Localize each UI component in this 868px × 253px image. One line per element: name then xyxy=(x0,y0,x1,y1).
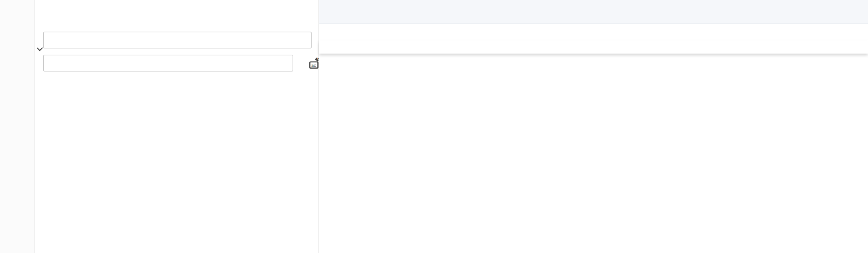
more-actions-icon[interactable] xyxy=(295,69,313,80)
editor-tab-bar xyxy=(319,0,868,24)
replace-input[interactable] xyxy=(43,55,293,71)
activity-bar xyxy=(0,0,35,253)
vscode-window: ac b xyxy=(0,0,868,253)
search-sidebar: ac b xyxy=(35,0,319,253)
chevron-down-icon[interactable] xyxy=(36,45,44,53)
search-options xyxy=(294,32,307,48)
search-results-list xyxy=(35,101,319,253)
sticky-scroll-line xyxy=(319,40,868,54)
svg-text:ac: ac xyxy=(312,63,316,68)
search-input[interactable] xyxy=(43,32,312,48)
editor-group xyxy=(319,0,868,253)
breadcrumb xyxy=(319,24,868,40)
code-area xyxy=(319,40,868,253)
